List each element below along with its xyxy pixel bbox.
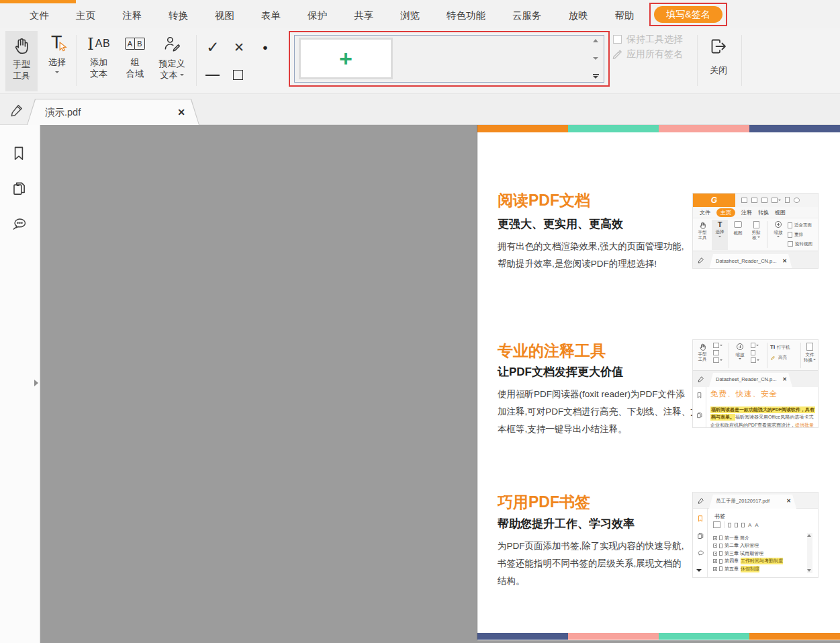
bookmarks-panel-icon[interactable] xyxy=(10,144,28,165)
signature-scroll-down-icon[interactable] xyxy=(593,57,598,60)
section1-title: 阅读PDF文档 xyxy=(498,190,590,211)
predefined-text-dropdown-icon[interactable] xyxy=(180,74,184,76)
stamp-cross-button[interactable]: ✕ xyxy=(230,38,248,56)
tree-expand-icon xyxy=(713,567,717,571)
menu-item[interactable]: 视图 xyxy=(215,9,234,22)
toolbar-divider xyxy=(741,35,742,86)
apply-all-signatures-label: 应用所有签名 xyxy=(626,48,683,60)
menu-item[interactable]: 主页 xyxy=(76,9,95,22)
mini-link-text: 提供批量 xyxy=(795,423,814,427)
hand-tool-button[interactable]: 手型工具 xyxy=(5,31,38,91)
stamp-check-button[interactable]: ✓ xyxy=(203,37,223,57)
signature-palette-highlight-box: + xyxy=(289,31,610,87)
annotate-pencil-icon[interactable] xyxy=(9,103,24,121)
mini-bookmark-row[interactable]: 第四章 工作时间与考勤制度 xyxy=(713,558,800,566)
menu-item[interactable]: 转换 xyxy=(169,9,188,22)
mini-print-icon xyxy=(761,198,767,203)
menu-item[interactable]: 文件 xyxy=(30,9,49,22)
mini-bookmark-row[interactable]: 第五章 休假制度 xyxy=(713,565,800,573)
document-tab[interactable]: 演示.pdf ✕ xyxy=(27,99,199,125)
mini-collapse-level-icon: A xyxy=(755,522,758,528)
predefined-text-label-2: 文本 xyxy=(160,69,178,81)
mini-pencil-icon xyxy=(697,375,705,383)
pen-icon xyxy=(611,48,623,62)
mini-bookmark-list-icon xyxy=(713,521,720,528)
section1-body: 拥有出色的文档渲染效果,强大的页面管理功能,帮助提升效率,是您阅读PDF的理想选… xyxy=(498,238,699,273)
mini-pencil-icon xyxy=(697,256,705,264)
screenshot-thumb-bookmarks: 员工手册_20120917.pdf ✕ 书签 A A xyxy=(692,492,819,578)
close-label: 关闭 xyxy=(710,65,727,76)
hand-tool-label-2: 工具 xyxy=(13,70,30,81)
mini-rotate-icon xyxy=(788,241,793,247)
section3-subtitle: 帮助您提升工作、学习效率 xyxy=(498,516,635,531)
mini-bookmark-icon xyxy=(696,391,703,399)
mini-typewriter-icon: TI xyxy=(770,344,775,350)
signature-scroll-up-icon[interactable] xyxy=(593,39,598,42)
mini-menu-comment: 注释 xyxy=(741,209,752,216)
add-text-icon: I AB xyxy=(87,31,110,56)
stamp-square-button[interactable] xyxy=(233,70,243,80)
predefined-text-button[interactable]: 预定义 文本 xyxy=(153,31,191,91)
fill-sign-highlight-box: 填写&签名 xyxy=(649,3,727,26)
foxit-reader-window: 文件主页注释转换视图表单保护共享浏览特色功能云服务放映帮助 填写&签名 手型工具… xyxy=(0,0,840,643)
comments-panel-icon[interactable] xyxy=(10,215,28,236)
mini-bookmark-row[interactable]: 第二章 入职管理 xyxy=(713,542,800,550)
mini-select-icon: T xyxy=(718,220,722,229)
menu-item[interactable]: 放映 xyxy=(569,9,588,22)
tab-bar: 演示.pdf ✕ xyxy=(0,94,840,125)
menu-item[interactable]: 云服务 xyxy=(512,9,542,22)
menu-item[interactable]: 表单 xyxy=(261,9,281,22)
mini-bookmark-row[interactable]: 第三章 试用期管理 xyxy=(713,550,800,558)
menu-items: 文件主页注释转换视图表单保护共享浏览特色功能云服务放映帮助 xyxy=(30,3,635,28)
mini-scrollbar[interactable] xyxy=(807,533,812,573)
close-fill-sign-button[interactable]: 关闭 xyxy=(701,34,736,89)
mini-expand-level-icon: A xyxy=(748,522,751,528)
combine-field-button[interactable]: A B 组合域 xyxy=(120,31,150,91)
menu-item[interactable]: 特色功能 xyxy=(447,9,485,22)
mini-foxit-logo: G xyxy=(693,194,735,207)
mini-snapshot-icon xyxy=(713,350,719,355)
tree-expand-icon xyxy=(713,559,717,563)
menu-item[interactable]: 帮助 xyxy=(615,9,635,22)
menu-item[interactable]: 共享 xyxy=(354,9,373,22)
mini-comments-icon xyxy=(696,549,704,558)
plain-text-line3: 企业和政府机构的PDF查看需求而设计， xyxy=(710,423,795,427)
select-dropdown-icon[interactable] xyxy=(55,71,59,73)
mini-open-icon xyxy=(741,198,747,203)
add-text-label-2: 文本 xyxy=(90,68,107,79)
mini-menu-convert: 转换 xyxy=(758,209,769,216)
mini-document-tab: Datasheet_Reader_CN.p... ✕ xyxy=(709,254,792,269)
combine-field-label-1: 组 xyxy=(126,56,144,68)
mini-menu-view: 视图 xyxy=(775,209,786,216)
tab-fill-and-sign[interactable]: 填写&签名 xyxy=(654,6,722,23)
pages-panel-icon[interactable] xyxy=(10,179,28,200)
mini-fit-page-icon xyxy=(751,343,755,348)
section3-title: 巧用PDF书签 xyxy=(498,492,590,513)
section3-body: 为PDF页面添加书签,除了实现内容的快速导航,书签还能指明不同书签的层级关系,展… xyxy=(498,538,699,590)
stamp-line-button[interactable] xyxy=(205,75,220,76)
signature-expand-icon[interactable] xyxy=(593,74,599,79)
toolbar-divider xyxy=(697,35,698,86)
mini-document-tab: Datasheet_Reader_CN.p... ✕ xyxy=(709,373,792,387)
mini-convert-icon xyxy=(806,343,813,351)
mini-reflow-icon xyxy=(788,232,792,238)
keep-tool-checkbox[interactable] xyxy=(613,35,622,44)
panel-expand-handle-icon[interactable] xyxy=(34,380,38,386)
tab-close-icon[interactable]: ✕ xyxy=(177,99,185,125)
mini-save-icon xyxy=(751,198,757,203)
select-tool-button[interactable]: T 选择 xyxy=(42,31,73,91)
mini-undo-icon xyxy=(794,198,800,203)
mini-edit-bookmark-icon xyxy=(735,523,738,527)
menu-item[interactable]: 保护 xyxy=(308,9,327,22)
mini-pages-icon xyxy=(696,411,703,419)
combine-field-label-2: 合域 xyxy=(126,68,144,79)
tree-bookmark-icon xyxy=(719,559,722,564)
mini-clipboard-icon xyxy=(713,357,719,363)
add-text-button[interactable]: I AB 添加文本 xyxy=(81,31,117,91)
mini-bookmark-row[interactable]: 第一章 简介 xyxy=(713,534,800,542)
stamp-dot-button[interactable]: ● xyxy=(257,39,273,55)
menu-item[interactable]: 注释 xyxy=(122,9,142,22)
menu-item[interactable]: 浏览 xyxy=(400,9,420,22)
add-signature-button[interactable]: + xyxy=(299,38,393,79)
tree-bookmark-icon xyxy=(719,551,722,556)
